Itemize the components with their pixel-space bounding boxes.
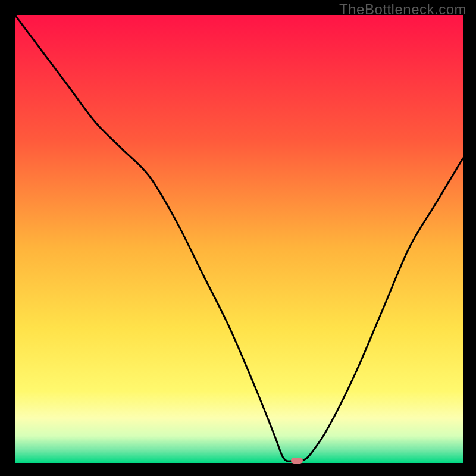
plot-area [15, 15, 463, 463]
gradient-background [15, 15, 463, 463]
watermark-text: TheBottleneck.com [339, 1, 466, 18]
optimal-point-marker [291, 458, 303, 464]
chart-frame: TheBottleneck.com [0, 0, 476, 476]
chart-svg [15, 15, 463, 463]
